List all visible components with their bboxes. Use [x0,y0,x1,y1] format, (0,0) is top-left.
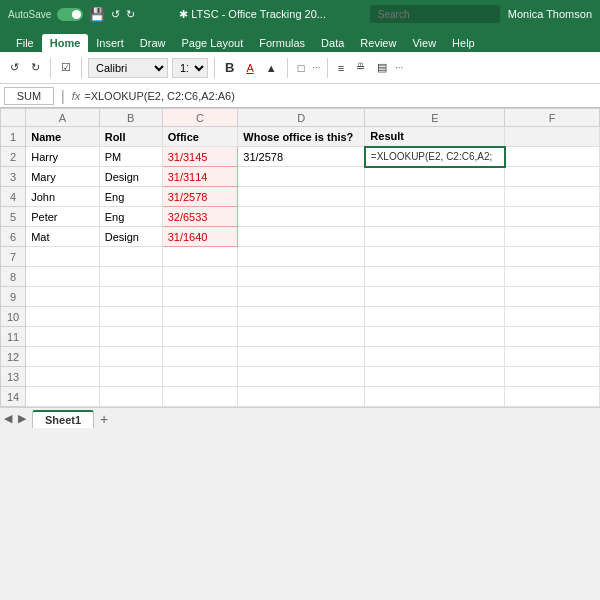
cell-B12[interactable] [99,347,162,367]
tab-review[interactable]: Review [352,34,404,52]
cell-D4[interactable] [238,187,365,207]
cell-D8[interactable] [238,267,365,287]
borders-button[interactable]: □ [294,60,309,76]
cell-D13[interactable] [238,367,365,387]
tab-data[interactable]: Data [313,34,352,52]
bold-button[interactable]: B [221,58,238,77]
cell-C5[interactable]: 32/6533 [162,207,238,227]
cell-E9[interactable] [365,287,505,307]
cell-F6[interactable] [505,227,600,247]
autosave-toggle[interactable] [57,8,83,21]
cell-E2[interactable]: =XLOOKUP(E2, C2:C6,A2; [365,147,505,167]
align-button[interactable]: ≡ [334,60,348,76]
tab-insert[interactable]: Insert [88,34,132,52]
search-input[interactable] [370,5,500,23]
sheet-nav-right[interactable]: ▶ [18,412,26,425]
cell-C3[interactable]: 31/3114 [162,167,238,187]
cell-C9[interactable] [162,287,238,307]
col-header-F[interactable]: F [505,109,600,127]
cell-D10[interactable] [238,307,365,327]
cell-F3[interactable] [505,167,600,187]
format-painter-button[interactable]: ☑ [57,59,75,76]
cell-B9[interactable] [99,287,162,307]
cell-C12[interactable] [162,347,238,367]
cell-C1[interactable]: Office [162,127,238,147]
merge-button[interactable]: ≞ [352,59,369,76]
cell-E11[interactable] [365,327,505,347]
cell-F10[interactable] [505,307,600,327]
tab-draw[interactable]: Draw [132,34,174,52]
cell-A1[interactable]: Name [26,127,100,147]
cell-B10[interactable] [99,307,162,327]
add-sheet-button[interactable]: + [96,411,112,427]
col-header-A[interactable]: A [26,109,100,127]
cell-C2[interactable]: 31/3145 [162,147,238,167]
undo-icon[interactable]: ↺ [111,8,120,21]
cell-A5[interactable]: Peter [26,207,100,227]
cell-A9[interactable] [26,287,100,307]
cell-C13[interactable] [162,367,238,387]
cell-D11[interactable] [238,327,365,347]
cell-F2[interactable] [505,147,600,167]
cell-C11[interactable] [162,327,238,347]
cell-reference-box[interactable]: SUM [4,87,54,105]
cell-B8[interactable] [99,267,162,287]
cell-E10[interactable] [365,307,505,327]
cell-B4[interactable]: Eng [99,187,162,207]
cell-E5[interactable] [365,207,505,227]
col-header-C[interactable]: C [162,109,238,127]
redo-button[interactable]: ↻ [27,59,44,76]
tab-file[interactable]: File [8,34,42,52]
font-color-button[interactable]: A [242,60,257,76]
cell-C8[interactable] [162,267,238,287]
highlight-button[interactable]: ▲ [262,60,281,76]
cell-F11[interactable] [505,327,600,347]
cell-B6[interactable]: Design [99,227,162,247]
cell-F4[interactable] [505,187,600,207]
cell-A8[interactable] [26,267,100,287]
cell-E13[interactable] [365,367,505,387]
cell-B13[interactable] [99,367,162,387]
cell-B11[interactable] [99,327,162,347]
cell-D2[interactable]: 31/2578 [238,147,365,167]
cell-A2[interactable]: Harry [26,147,100,167]
cell-B14[interactable] [99,387,162,407]
cell-F7[interactable] [505,247,600,267]
cell-E14[interactable] [365,387,505,407]
font-size-select[interactable]: 11 [172,58,208,78]
tab-home[interactable]: Home [42,34,89,52]
cell-A7[interactable] [26,247,100,267]
cell-E12[interactable] [365,347,505,367]
cell-E8[interactable] [365,267,505,287]
cell-A12[interactable] [26,347,100,367]
cell-E3[interactable] [365,167,505,187]
tab-page-layout[interactable]: Page Layout [173,34,251,52]
col-header-B[interactable]: B [99,109,162,127]
cell-B3[interactable]: Design [99,167,162,187]
save-icon[interactable]: 💾 [89,7,105,22]
cell-D14[interactable] [238,387,365,407]
cell-D9[interactable] [238,287,365,307]
tab-formulas[interactable]: Formulas [251,34,313,52]
cell-A10[interactable] [26,307,100,327]
cell-F8[interactable] [505,267,600,287]
cell-C6[interactable]: 31/1640 [162,227,238,247]
cell-D6[interactable] [238,227,365,247]
cell-C7[interactable] [162,247,238,267]
cell-C10[interactable] [162,307,238,327]
cell-A11[interactable] [26,327,100,347]
sheet-tab-sheet1[interactable]: Sheet1 [32,410,94,428]
font-select[interactable]: Calibri [88,58,168,78]
cell-D1[interactable]: Whose office is this? [238,127,365,147]
cell-A14[interactable] [26,387,100,407]
cell-A3[interactable]: Mary [26,167,100,187]
undo-button[interactable]: ↺ [6,59,23,76]
cell-B7[interactable] [99,247,162,267]
cell-E1[interactable]: Result [365,127,505,147]
cell-C4[interactable]: 31/2578 [162,187,238,207]
cell-F12[interactable] [505,347,600,367]
cell-C14[interactable] [162,387,238,407]
sheet-nav-left[interactable]: ◀ [4,412,12,425]
col-header-D[interactable]: D [238,109,365,127]
redo-icon[interactable]: ↻ [126,8,135,21]
